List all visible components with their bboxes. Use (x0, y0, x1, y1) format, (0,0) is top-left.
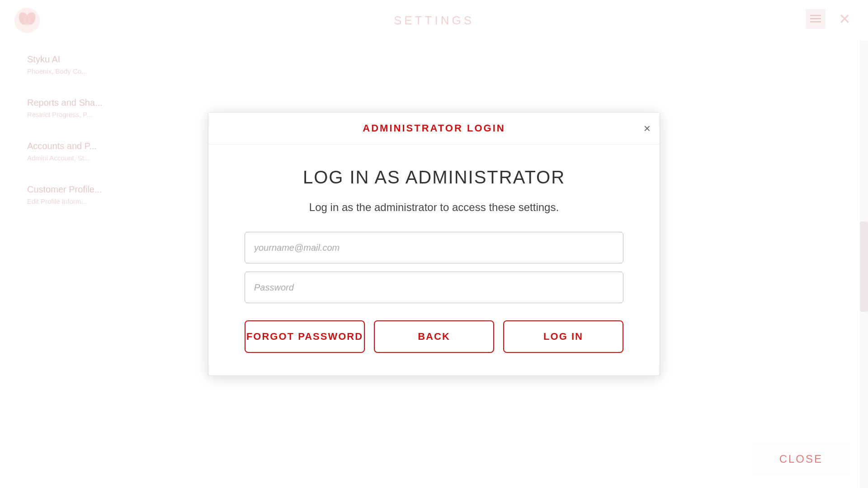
modal-header: ADMINISTRATOR LOGIN × (208, 113, 660, 145)
close-icon: × (644, 122, 651, 135)
admin-login-modal: ADMINISTRATOR LOGIN × LOG IN AS ADMINIST… (208, 112, 660, 376)
forgot-password-button[interactable]: FORGOT PASSWORD (245, 320, 365, 353)
modal-body: LOG IN AS ADMINISTRATOR Log in as the ad… (208, 145, 660, 375)
login-button[interactable]: LOG IN (503, 320, 623, 353)
modal-close-button[interactable]: × (644, 122, 651, 134)
email-input[interactable] (245, 232, 623, 263)
modal-main-title: LOG IN AS ADMINISTRATOR (303, 167, 565, 188)
modal-description: Log in as the administrator to access th… (309, 201, 559, 214)
password-input[interactable] (245, 272, 623, 303)
modal-header-title: ADMINISTRATOR LOGIN (363, 122, 505, 134)
back-button[interactable]: BACK (374, 320, 494, 353)
modal-action-buttons: FORGOT PASSWORD BACK LOG IN (245, 320, 623, 353)
